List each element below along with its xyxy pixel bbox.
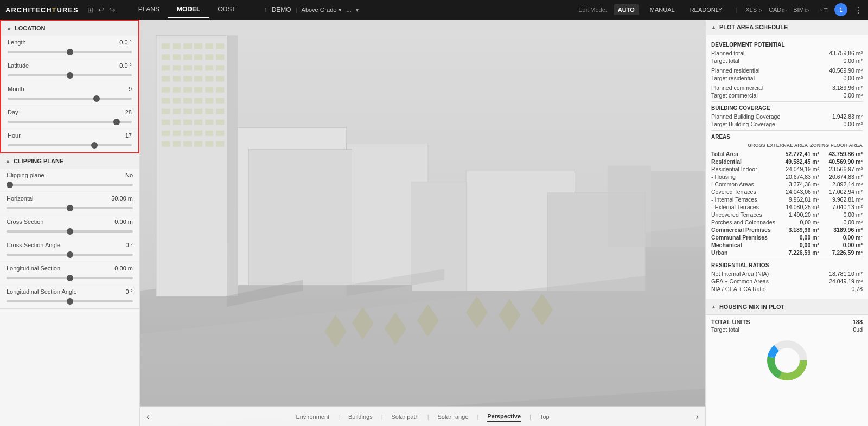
longitudinal-section-angle-value: 0 ° <box>125 288 133 295</box>
plot-area-schedule-header[interactable]: ▲ PLOT AREA SCHEDULE <box>706 20 868 35</box>
view-background <box>140 20 705 426</box>
area-row-val1: 3.189,96 m² <box>776 227 819 233</box>
svg-rect-41 <box>173 109 181 114</box>
longitudinal-section-angle-slider[interactable] <box>7 300 133 302</box>
bim-button[interactable]: BIM ▷ <box>793 7 809 13</box>
tab-plans[interactable]: PLANS <box>130 1 168 18</box>
svg-rect-9 <box>216 43 224 49</box>
view-tabs: Environment | Buildings | Solar path | S… <box>296 412 549 422</box>
svg-rect-39 <box>216 98 224 104</box>
cross-section-angle-label: Cross Section Angle <box>7 242 60 248</box>
col-zfa: ZONING FLOOR AREA <box>810 143 863 148</box>
planned-bc-row: Planned Building Coverage 1.942,83 m² <box>711 113 863 120</box>
edit-mode-manual[interactable]: MANUAL <box>646 4 679 15</box>
svg-rect-57 <box>216 131 224 136</box>
length-slider[interactable] <box>8 51 132 53</box>
xls-button[interactable]: XLS ▷ <box>745 7 762 13</box>
target-bc-value: 0,00 m² <box>819 121 863 127</box>
area-row: Commercial Premises 3.189,96 m² 3189.96 … <box>711 226 863 234</box>
svg-rect-50 <box>205 120 213 125</box>
day-slider[interactable] <box>8 121 132 123</box>
svg-rect-45 <box>216 109 224 114</box>
hour-slider[interactable] <box>8 144 132 146</box>
user-avatar[interactable]: 1 <box>834 3 847 16</box>
svg-rect-33 <box>216 87 224 93</box>
tab-solar-range[interactable]: Solar range <box>438 412 469 421</box>
area-row: Residential 49.582,45 m² 40.569,90 m² <box>711 158 863 165</box>
planned-commercial-value: 3.189,96 m² <box>819 85 863 91</box>
horizontal-slider[interactable] <box>7 207 133 209</box>
month-slider[interactable] <box>8 98 132 100</box>
svg-rect-3 <box>227 35 238 296</box>
cross-section-angle-slider[interactable] <box>7 254 133 256</box>
total-units-value: 188 <box>819 319 863 325</box>
xls-label: XLS <box>745 7 757 13</box>
redo-icon[interactable]: ↪ <box>109 5 116 14</box>
dropdown-arrow-icon[interactable]: ▾ <box>356 7 359 13</box>
area-row-val2: 0,00 m² <box>819 219 863 225</box>
undo-icon[interactable]: ↩ <box>98 5 105 14</box>
svg-rect-18 <box>183 65 192 70</box>
svg-rect-24 <box>183 76 192 81</box>
edit-mode-auto[interactable]: AUTO <box>614 4 639 15</box>
ellipsis-btn[interactable]: ... <box>346 7 351 13</box>
svg-rect-15 <box>216 54 224 60</box>
hour-slider-group: Hour 17 <box>1 129 138 152</box>
svg-rect-51 <box>216 120 224 125</box>
tab-solar-path[interactable]: Solar path <box>392 412 419 421</box>
area-row-label: Residential Indoor <box>711 166 776 172</box>
target-bc-row: Target Building Coverage 0,00 m² <box>711 120 863 128</box>
tab-cost[interactable]: COST <box>209 1 244 18</box>
housing-mix-header[interactable]: ▲ HOUSING MIX IN PLOT <box>706 299 868 315</box>
target-total-row: Target total 0,00 m² <box>711 57 863 64</box>
tab-buildings[interactable]: Buildings <box>348 412 373 421</box>
svg-rect-54 <box>183 131 192 136</box>
area-row-val2: 3189.96 m² <box>819 227 863 233</box>
cross-section-slider[interactable] <box>7 230 133 233</box>
area-row: - Internal Terraces 9.962,81 m² 9.962,81… <box>711 196 863 203</box>
target-residential-row: Target residential 0,00 m² <box>711 74 863 82</box>
area-row-label: - External Terraces <box>711 204 776 210</box>
ratio-value: 0,78 <box>819 286 863 292</box>
area-row-label: Urban <box>711 249 776 256</box>
clipping-plane-slider[interactable] <box>7 184 133 186</box>
clipping-chevron-icon: ▲ <box>5 158 10 164</box>
grade-label: Above Grade <box>302 7 337 13</box>
latitude-slider[interactable] <box>8 74 132 76</box>
housing-mix-chart <box>711 333 863 388</box>
day-slider-group: Day 28 <box>1 106 138 129</box>
grade-select[interactable]: Above Grade ▾ <box>302 7 342 14</box>
view-next-button[interactable]: › <box>696 412 699 422</box>
tab-model[interactable]: MODEL <box>168 1 209 18</box>
chevron-up-icon: ▲ <box>7 25 11 31</box>
clipping-plane-value: No <box>125 172 133 178</box>
demo-up-arrow: ↑ <box>264 6 267 14</box>
total-units-row: TOTAL UNITS 188 <box>711 318 863 326</box>
center-3d-view[interactable]: ‹ Environment | Buildings | Solar path |… <box>140 20 705 426</box>
location-section-header[interactable]: ▲ LOCATION <box>1 21 138 36</box>
ratio-value: 24.049,19 m² <box>819 278 863 285</box>
tab-environment[interactable]: Environment <box>296 412 329 421</box>
more-options-icon[interactable]: ⋮ <box>854 5 863 15</box>
longitudinal-section-angle-label: Longitudinal Section Angle <box>7 288 77 295</box>
area-row-val2: 23.566,97 m² <box>819 166 863 172</box>
area-row-val1: 3.374,36 m² <box>776 181 819 188</box>
area-row-val1: 0,00 m² <box>776 242 819 248</box>
areas-title: AREAS <box>711 134 863 140</box>
tab-perspective[interactable]: Perspective <box>487 412 521 422</box>
logo: ARCHITECHTURES <box>5 6 79 14</box>
longitudinal-section-slider[interactable] <box>7 277 133 279</box>
edit-mode-readonly[interactable]: READONLY <box>686 4 727 15</box>
arrow-right-icon[interactable]: →≡ <box>816 5 828 14</box>
area-row-label: Porches and Colonnades <box>711 219 776 225</box>
view-prev-button[interactable]: ‹ <box>146 412 149 422</box>
day-label: Day <box>8 109 18 115</box>
svg-rect-28 <box>162 87 170 93</box>
edit-mode-label: Edit Mode: <box>578 7 607 13</box>
clipping-section-header[interactable]: ▲ CLIPPING PLANE <box>0 153 139 169</box>
grid-icon[interactable]: ⊞ <box>87 5 94 14</box>
cad-button[interactable]: CAD ▷ <box>769 7 787 13</box>
area-row-val2: 2.892,14 m² <box>819 181 863 188</box>
tab-top[interactable]: Top <box>540 412 550 421</box>
longitudinal-section-angle-slider-group: Longitudinal Section Angle 0 ° <box>0 285 139 308</box>
